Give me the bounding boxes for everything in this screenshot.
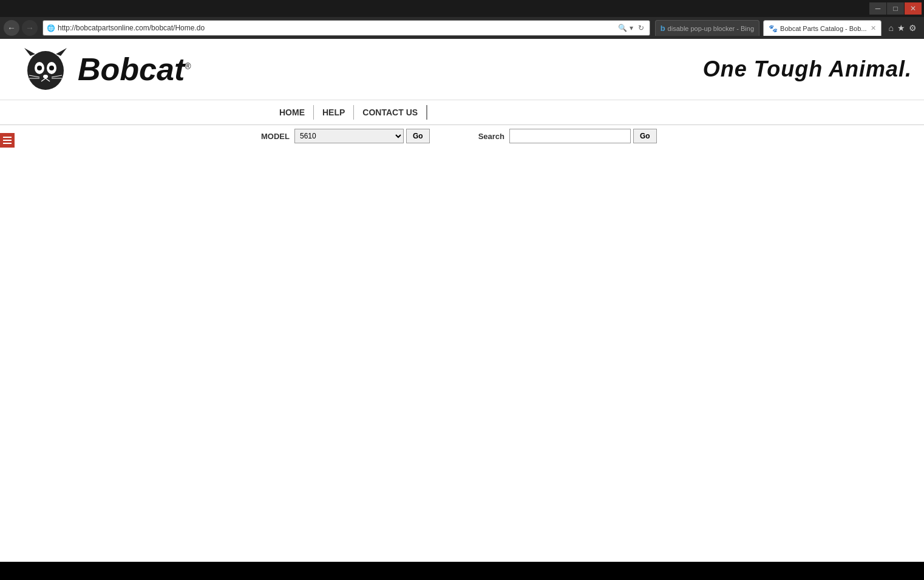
nav-menu: HOME HELP CONTACT US xyxy=(0,100,924,125)
address-bar[interactable]: 🌐 http://bobcatpartsonline.com/bobcat/Ho… xyxy=(42,20,650,36)
sidebar-toggle-icon[interactable] xyxy=(0,133,15,148)
page-header: Bobcat® One Tough Animal. xyxy=(0,39,924,100)
url-text: http://bobcatpartsonline.com/bobcat/Home… xyxy=(58,24,616,32)
bing-favicon: b xyxy=(661,24,665,33)
model-select[interactable]: 5610 xyxy=(294,129,404,143)
model-group: MODEL 5610 Go xyxy=(261,129,430,143)
minimize-button[interactable]: ─ xyxy=(869,2,886,15)
nav-contact-us[interactable]: CONTACT US xyxy=(354,105,427,120)
nav-help[interactable]: HELP xyxy=(314,105,354,120)
search-go-button[interactable]: Go xyxy=(633,129,657,143)
search-label: Search xyxy=(478,132,504,141)
close-button[interactable]: ✕ xyxy=(905,2,922,15)
tab-bing-label: disable pop-up blocker - Bing xyxy=(668,25,754,32)
forward-button[interactable]: → xyxy=(22,20,38,36)
tagline: One Tough Animal. xyxy=(703,56,912,82)
nav-bar: ← → 🌐 http://bobcatpartsonline.com/bobca… xyxy=(0,17,924,39)
search-input[interactable] xyxy=(509,129,631,143)
refresh-button[interactable]: ↻ xyxy=(636,23,646,33)
svg-marker-4 xyxy=(24,48,35,56)
search-dropdown-button[interactable]: 🔍 ▾ xyxy=(616,23,634,33)
svg-marker-5 xyxy=(56,48,67,56)
model-go-button[interactable]: Go xyxy=(406,129,430,143)
svg-point-10 xyxy=(43,75,48,78)
nav-home[interactable]: HOME xyxy=(279,105,314,120)
browser-chrome: ─ □ ✕ ← → 🌐 http://bobcatpartsonline.com… xyxy=(0,0,924,39)
svg-rect-1 xyxy=(3,140,12,141)
brand-name: Bobcat® xyxy=(78,52,191,87)
toolbar-right: ⌂ ★ ⚙ xyxy=(885,23,920,33)
brand-name-group: Bobcat® xyxy=(78,51,191,87)
svg-point-9 xyxy=(49,66,54,70)
title-bar: ─ □ ✕ xyxy=(0,0,924,17)
svg-rect-2 xyxy=(3,143,12,144)
tab-bobcat[interactable]: 🐾 Bobcat Parts Catalog - Bob... ✕ xyxy=(763,20,881,36)
page-content: Bobcat® One Tough Animal. HOME HELP CONT… xyxy=(0,39,924,562)
back-button[interactable]: ← xyxy=(4,20,19,36)
favorites-icon[interactable]: ★ xyxy=(897,23,905,33)
settings-icon[interactable]: ⚙ xyxy=(909,23,917,33)
bobcat-logo-svg xyxy=(18,45,73,94)
maximize-button[interactable]: □ xyxy=(887,2,904,15)
svg-point-3 xyxy=(27,51,64,90)
tab-bing[interactable]: b disable pop-up blocker - Bing xyxy=(655,20,759,36)
search-group: Search Go xyxy=(478,129,657,143)
controls-bar: MODEL 5610 Go Search Go xyxy=(0,125,924,147)
logo-area: Bobcat® xyxy=(18,45,191,94)
svg-rect-0 xyxy=(3,137,12,138)
tab-bobcat-label: Bobcat Parts Catalog - Bob... xyxy=(780,25,866,32)
svg-point-8 xyxy=(37,66,42,70)
model-label: MODEL xyxy=(261,132,290,141)
bobcat-favicon: 🐾 xyxy=(769,24,778,33)
tab-close-icon[interactable]: ✕ xyxy=(871,24,876,32)
home-icon[interactable]: ⌂ xyxy=(889,23,894,33)
lock-icon: 🌐 xyxy=(47,24,55,32)
